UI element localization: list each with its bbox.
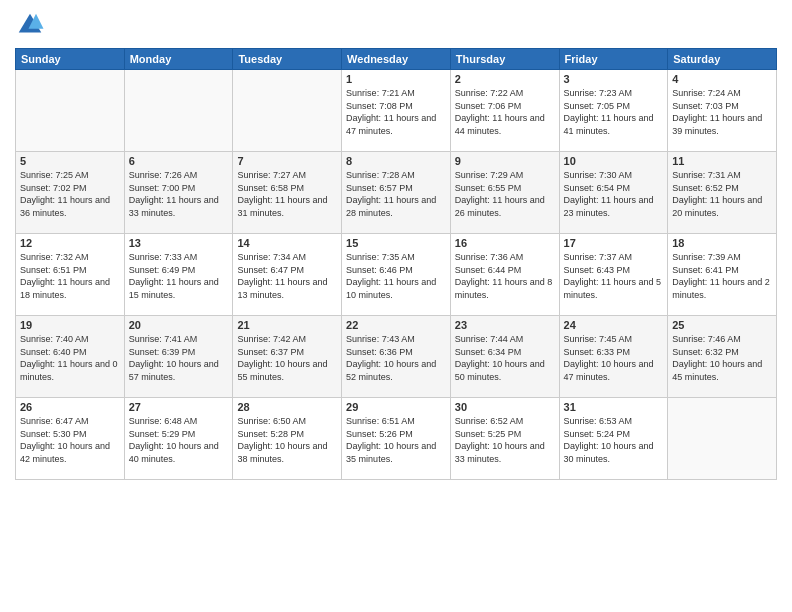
day-info: Sunrise: 7:35 AM Sunset: 6:46 PM Dayligh… [346,251,446,301]
calendar-cell: 24Sunrise: 7:45 AM Sunset: 6:33 PM Dayli… [559,316,668,398]
page: SundayMondayTuesdayWednesdayThursdayFrid… [0,0,792,612]
day-info: Sunrise: 7:45 AM Sunset: 6:33 PM Dayligh… [564,333,664,383]
day-info: Sunrise: 7:39 AM Sunset: 6:41 PM Dayligh… [672,251,772,301]
day-number: 7 [237,155,337,167]
day-number: 11 [672,155,772,167]
day-number: 9 [455,155,555,167]
calendar-cell [668,398,777,480]
day-number: 25 [672,319,772,331]
day-info: Sunrise: 7:28 AM Sunset: 6:57 PM Dayligh… [346,169,446,219]
calendar-cell [124,70,233,152]
day-header-saturday: Saturday [668,49,777,70]
day-info: Sunrise: 7:21 AM Sunset: 7:08 PM Dayligh… [346,87,446,137]
day-info: Sunrise: 7:26 AM Sunset: 7:00 PM Dayligh… [129,169,229,219]
day-number: 10 [564,155,664,167]
calendar-cell: 3Sunrise: 7:23 AM Sunset: 7:05 PM Daylig… [559,70,668,152]
day-number: 30 [455,401,555,413]
calendar-header-row: SundayMondayTuesdayWednesdayThursdayFrid… [16,49,777,70]
day-number: 12 [20,237,120,249]
calendar-cell: 19Sunrise: 7:40 AM Sunset: 6:40 PM Dayli… [16,316,125,398]
calendar-cell: 27Sunrise: 6:48 AM Sunset: 5:29 PM Dayli… [124,398,233,480]
day-info: Sunrise: 6:52 AM Sunset: 5:25 PM Dayligh… [455,415,555,465]
calendar-cell: 12Sunrise: 7:32 AM Sunset: 6:51 PM Dayli… [16,234,125,316]
week-row-4: 19Sunrise: 7:40 AM Sunset: 6:40 PM Dayli… [16,316,777,398]
calendar-cell: 4Sunrise: 7:24 AM Sunset: 7:03 PM Daylig… [668,70,777,152]
day-number: 21 [237,319,337,331]
logo-icon [15,10,45,40]
day-number: 16 [455,237,555,249]
calendar-cell: 10Sunrise: 7:30 AM Sunset: 6:54 PM Dayli… [559,152,668,234]
calendar-cell: 23Sunrise: 7:44 AM Sunset: 6:34 PM Dayli… [450,316,559,398]
day-number: 31 [564,401,664,413]
day-info: Sunrise: 7:30 AM Sunset: 6:54 PM Dayligh… [564,169,664,219]
calendar-cell: 26Sunrise: 6:47 AM Sunset: 5:30 PM Dayli… [16,398,125,480]
day-number: 2 [455,73,555,85]
day-number: 24 [564,319,664,331]
calendar-cell: 7Sunrise: 7:27 AM Sunset: 6:58 PM Daylig… [233,152,342,234]
day-info: Sunrise: 7:43 AM Sunset: 6:36 PM Dayligh… [346,333,446,383]
calendar-cell: 1Sunrise: 7:21 AM Sunset: 7:08 PM Daylig… [342,70,451,152]
day-info: Sunrise: 7:41 AM Sunset: 6:39 PM Dayligh… [129,333,229,383]
day-info: Sunrise: 7:36 AM Sunset: 6:44 PM Dayligh… [455,251,555,301]
week-row-2: 5Sunrise: 7:25 AM Sunset: 7:02 PM Daylig… [16,152,777,234]
week-row-1: 1Sunrise: 7:21 AM Sunset: 7:08 PM Daylig… [16,70,777,152]
day-info: Sunrise: 7:40 AM Sunset: 6:40 PM Dayligh… [20,333,120,383]
day-number: 4 [672,73,772,85]
calendar-cell: 5Sunrise: 7:25 AM Sunset: 7:02 PM Daylig… [16,152,125,234]
header [15,10,777,40]
calendar-cell: 11Sunrise: 7:31 AM Sunset: 6:52 PM Dayli… [668,152,777,234]
day-header-thursday: Thursday [450,49,559,70]
day-header-sunday: Sunday [16,49,125,70]
calendar-cell: 28Sunrise: 6:50 AM Sunset: 5:28 PM Dayli… [233,398,342,480]
day-number: 5 [20,155,120,167]
calendar-cell: 22Sunrise: 7:43 AM Sunset: 6:36 PM Dayli… [342,316,451,398]
calendar-cell: 2Sunrise: 7:22 AM Sunset: 7:06 PM Daylig… [450,70,559,152]
day-number: 13 [129,237,229,249]
calendar-cell: 21Sunrise: 7:42 AM Sunset: 6:37 PM Dayli… [233,316,342,398]
day-info: Sunrise: 7:22 AM Sunset: 7:06 PM Dayligh… [455,87,555,137]
day-info: Sunrise: 7:27 AM Sunset: 6:58 PM Dayligh… [237,169,337,219]
day-header-tuesday: Tuesday [233,49,342,70]
day-info: Sunrise: 7:37 AM Sunset: 6:43 PM Dayligh… [564,251,664,301]
calendar-cell: 16Sunrise: 7:36 AM Sunset: 6:44 PM Dayli… [450,234,559,316]
day-number: 26 [20,401,120,413]
day-number: 27 [129,401,229,413]
calendar-cell: 31Sunrise: 6:53 AM Sunset: 5:24 PM Dayli… [559,398,668,480]
day-info: Sunrise: 7:29 AM Sunset: 6:55 PM Dayligh… [455,169,555,219]
day-info: Sunrise: 7:25 AM Sunset: 7:02 PM Dayligh… [20,169,120,219]
day-header-friday: Friday [559,49,668,70]
day-info: Sunrise: 6:48 AM Sunset: 5:29 PM Dayligh… [129,415,229,465]
calendar-cell: 15Sunrise: 7:35 AM Sunset: 6:46 PM Dayli… [342,234,451,316]
day-number: 15 [346,237,446,249]
week-row-3: 12Sunrise: 7:32 AM Sunset: 6:51 PM Dayli… [16,234,777,316]
day-info: Sunrise: 7:42 AM Sunset: 6:37 PM Dayligh… [237,333,337,383]
calendar-cell [16,70,125,152]
day-info: Sunrise: 7:32 AM Sunset: 6:51 PM Dayligh… [20,251,120,301]
week-row-5: 26Sunrise: 6:47 AM Sunset: 5:30 PM Dayli… [16,398,777,480]
day-info: Sunrise: 7:34 AM Sunset: 6:47 PM Dayligh… [237,251,337,301]
day-number: 19 [20,319,120,331]
day-info: Sunrise: 6:51 AM Sunset: 5:26 PM Dayligh… [346,415,446,465]
day-info: Sunrise: 6:47 AM Sunset: 5:30 PM Dayligh… [20,415,120,465]
day-info: Sunrise: 7:31 AM Sunset: 6:52 PM Dayligh… [672,169,772,219]
day-number: 17 [564,237,664,249]
calendar-cell: 6Sunrise: 7:26 AM Sunset: 7:00 PM Daylig… [124,152,233,234]
calendar-cell: 8Sunrise: 7:28 AM Sunset: 6:57 PM Daylig… [342,152,451,234]
calendar-cell [233,70,342,152]
calendar-cell: 20Sunrise: 7:41 AM Sunset: 6:39 PM Dayli… [124,316,233,398]
logo [15,10,49,40]
day-number: 3 [564,73,664,85]
day-number: 1 [346,73,446,85]
day-number: 28 [237,401,337,413]
day-info: Sunrise: 6:53 AM Sunset: 5:24 PM Dayligh… [564,415,664,465]
calendar-cell: 18Sunrise: 7:39 AM Sunset: 6:41 PM Dayli… [668,234,777,316]
calendar-cell: 29Sunrise: 6:51 AM Sunset: 5:26 PM Dayli… [342,398,451,480]
day-info: Sunrise: 7:46 AM Sunset: 6:32 PM Dayligh… [672,333,772,383]
calendar-cell: 14Sunrise: 7:34 AM Sunset: 6:47 PM Dayli… [233,234,342,316]
day-number: 18 [672,237,772,249]
calendar-cell: 13Sunrise: 7:33 AM Sunset: 6:49 PM Dayli… [124,234,233,316]
day-number: 22 [346,319,446,331]
day-info: Sunrise: 6:50 AM Sunset: 5:28 PM Dayligh… [237,415,337,465]
day-number: 23 [455,319,555,331]
day-header-monday: Monday [124,49,233,70]
